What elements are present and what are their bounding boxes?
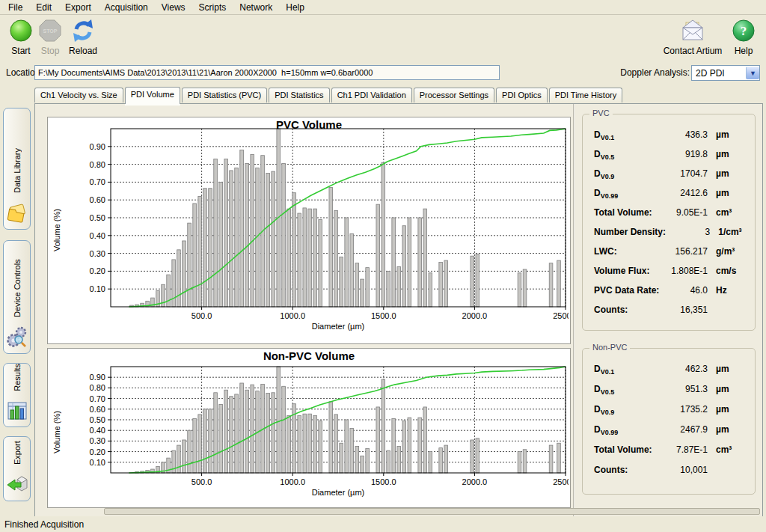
non-pvc-stats-groupbox: Non-PVC DV0.1462.3µmDV0.5951.3µmDV0.9173…: [582, 348, 756, 495]
stat-row: DV0.1436.3µm: [583, 129, 755, 149]
stop-button: STOP Stop: [36, 18, 64, 56]
stat-label: Volume Flux:: [594, 266, 660, 276]
stat-row: DV0.5919.8µm: [583, 149, 755, 168]
stat-value: 462.3: [660, 364, 708, 374]
horizontal-scrollbar[interactable]: [104, 508, 760, 515]
pvc-stats-groupbox: PVC DV0.1436.3µmDV0.5919.8µmDV0.91704.7µ…: [582, 114, 756, 331]
stat-unit: µm: [708, 364, 749, 374]
contact-artium-label: Contact Artium: [664, 46, 723, 56]
menu-item-export[interactable]: Export: [58, 1, 98, 14]
stat-row: Counts:16,351: [583, 305, 755, 324]
stat-value: 9.05E-1: [660, 207, 708, 218]
doppler-analysis-dropdown[interactable]: 2D PDI ▼: [691, 65, 760, 81]
stat-value: 1735.2: [660, 404, 708, 415]
stat-value: 1704.7: [660, 168, 708, 179]
chevron-down-icon[interactable]: ▼: [746, 67, 759, 79]
stat-value: 1.808E-1: [660, 266, 708, 276]
location-input[interactable]: [34, 65, 500, 80]
stat-label: DV0.99: [594, 188, 660, 200]
svg-text:1500.0: 1500.0: [371, 311, 396, 320]
stat-value: 7.87E-1: [660, 444, 708, 455]
tab-processor-settings[interactable]: Processor Settings: [414, 88, 494, 103]
svg-text:0.50: 0.50: [90, 415, 105, 424]
menu-item-edit[interactable]: Edit: [29, 1, 58, 14]
menu-item-acquisition[interactable]: Acquisition: [98, 1, 155, 14]
stat-label: Number Density:: [594, 227, 666, 237]
reload-icon: [70, 18, 96, 45]
stat-unit: cm³: [708, 444, 749, 455]
status-text: Finished Acquisition: [4, 519, 84, 530]
stat-unit: g/m³: [708, 246, 749, 257]
svg-text:0.80: 0.80: [90, 383, 105, 392]
stop-label: Stop: [41, 46, 60, 56]
doppler-analysis-value: 2D PDI: [692, 68, 746, 79]
stat-label: LWC:: [594, 246, 660, 257]
reload-button[interactable]: Reload: [64, 18, 102, 56]
stat-value: 2412.6: [660, 188, 708, 198]
stat-row: Number Density:31/cm³: [583, 227, 755, 246]
menu-item-file[interactable]: File: [1, 1, 29, 14]
svg-text:500.0: 500.0: [192, 477, 212, 486]
menu-item-scripts[interactable]: Scripts: [192, 1, 233, 14]
stat-unit: µm: [708, 168, 749, 179]
svg-text:0.10: 0.10: [90, 458, 105, 467]
envelope-icon: [679, 18, 706, 45]
stat-row: DV0.992412.6µm: [583, 188, 755, 207]
stat-label: PVC Data Rate:: [594, 285, 660, 296]
svg-text:0.40: 0.40: [90, 231, 105, 240]
stat-unit: µm: [708, 188, 749, 198]
stat-value: 3: [666, 227, 710, 237]
tab-ch1-velocity-vs-size[interactable]: Ch1 Velocity vs. Size: [34, 88, 123, 103]
stat-unit: µm: [708, 149, 749, 159]
menu-item-network[interactable]: Network: [233, 1, 279, 14]
data-library-icon: [6, 201, 28, 224]
stat-row: DV0.1462.3µm: [583, 364, 755, 384]
tab-pdi-statistics[interactable]: PDI Statistics: [269, 88, 329, 103]
contact-artium-button[interactable]: Contact Artium: [661, 18, 724, 56]
volume-histogram-plot: 0.100.200.300.400.500.600.700.800.90500.…: [48, 117, 569, 343]
stat-unit: 1/cm³: [710, 227, 749, 237]
svg-text:0.50: 0.50: [90, 213, 105, 222]
svg-text:0.40: 0.40: [90, 426, 105, 435]
main-area: Data Library Device Controls: [0, 85, 766, 516]
tab-pdi-optics[interactable]: PDI Optics: [496, 88, 548, 103]
tab-ch1-pdi-validation[interactable]: Ch1 PDI Validation: [331, 88, 412, 103]
svg-text:0.80: 0.80: [90, 160, 105, 169]
chart-title: Non-PVC Volume: [48, 349, 570, 362]
menu-item-help[interactable]: Help: [279, 1, 311, 14]
application-window: FileEditExportAcquisitionViewsScriptsNet…: [0, 0, 766, 532]
tab-pdi-volume[interactable]: PDI Volume: [125, 87, 180, 104]
stat-row: DV0.91704.7µm: [583, 168, 755, 188]
export-icon: [6, 473, 28, 495]
stat-unit: µm: [708, 424, 749, 435]
sidebar-item-label: Device Controls: [13, 241, 22, 323]
menu-item-views[interactable]: Views: [155, 1, 192, 14]
stat-value: 919.8: [660, 149, 708, 159]
help-button[interactable]: ? Help: [729, 18, 759, 56]
x-axis-label: Diameter (µm): [293, 488, 383, 497]
stat-label: Total Volume:: [594, 444, 660, 455]
sidebar-item-export[interactable]: Export: [3, 436, 31, 501]
start-button[interactable]: Start: [4, 18, 37, 56]
pdi-volume-tab-page: PVC VolumeVolume (%)Diameter (µm)0.100.2…: [34, 103, 763, 517]
tab-pdi-statistics-pvc-[interactable]: PDI Statistics (PVC): [182, 88, 267, 103]
stat-row: Total Volume:9.05E-1cm³: [583, 207, 755, 227]
stat-row: DV0.5951.3µm: [583, 384, 755, 404]
svg-text:0.90: 0.90: [90, 373, 105, 382]
start-icon: [7, 18, 34, 45]
stat-label: DV0.5: [594, 384, 660, 396]
tab-pdi-time-history[interactable]: PDI Time History: [549, 88, 623, 103]
svg-text:?: ?: [741, 24, 747, 38]
groupbox-title: Non-PVC: [589, 343, 630, 352]
svg-text:2500.0: 2500.0: [553, 311, 569, 320]
groupbox-title: PVC: [589, 108, 613, 117]
stop-icon: STOP: [37, 18, 64, 45]
status-bar: Finished Acquisition: [0, 516, 766, 532]
y-axis-label: Volume (%): [52, 184, 61, 251]
pvc-volume-chart: PVC VolumeVolume (%)Diameter (µm)0.100.2…: [47, 117, 571, 344]
sidebar-item-data-library[interactable]: Data Library: [3, 108, 31, 230]
pvc-stat-rows: DV0.1436.3µmDV0.5919.8µmDV0.91704.7µmDV0…: [583, 129, 755, 327]
sidebar-item-device-controls[interactable]: Device Controls: [3, 240, 31, 354]
sidebar-item-results[interactable]: Results: [3, 363, 31, 427]
stat-value: 436.3: [660, 129, 708, 140]
